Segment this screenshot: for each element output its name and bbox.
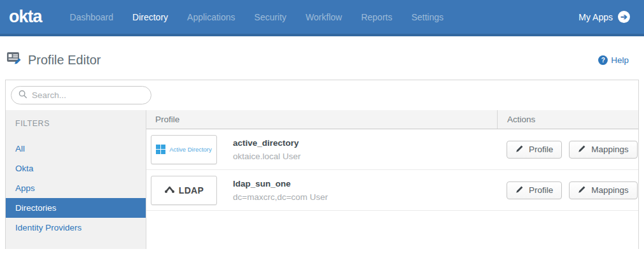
table-empty-space bbox=[146, 211, 638, 249]
nav-item-workflow[interactable]: Workflow bbox=[305, 12, 342, 22]
active-directory-logo: Active Directory bbox=[151, 135, 217, 164]
search-input[interactable] bbox=[32, 90, 144, 100]
filter-item-apps[interactable]: Apps bbox=[6, 178, 146, 198]
arrow-right-circle-icon: ➔ bbox=[618, 11, 630, 23]
filters-sidebar: FILTERS All Okta Apps Directories Identi… bbox=[6, 110, 146, 249]
filter-item-okta[interactable]: Okta bbox=[6, 159, 146, 178]
search-icon bbox=[18, 90, 27, 101]
pencil-icon bbox=[515, 145, 524, 155]
main-nav: Dashboard Directory Applications Securit… bbox=[70, 12, 444, 22]
profile-editor-panel: FILTERS All Okta Apps Directories Identi… bbox=[5, 80, 639, 249]
profile-editor-icon bbox=[6, 52, 22, 68]
pencil-icon bbox=[578, 145, 586, 155]
table-row: LDAP ldap_sun_one dc=maxcrc,dc=com User … bbox=[146, 170, 638, 211]
ldap-logo-label: LDAP bbox=[179, 185, 204, 196]
profile-name: active_directory bbox=[233, 138, 301, 148]
help-label: Help bbox=[611, 55, 629, 65]
help-link[interactable]: ? Help bbox=[598, 55, 629, 65]
table-header-row: Profile Actions bbox=[146, 110, 638, 129]
nav-item-reports[interactable]: Reports bbox=[361, 12, 392, 22]
windows-icon bbox=[156, 145, 165, 154]
nav-item-security[interactable]: Security bbox=[255, 12, 287, 22]
okta-logo[interactable]: okta bbox=[9, 7, 42, 27]
profile-button[interactable]: Profile bbox=[507, 141, 562, 159]
pencil-icon bbox=[578, 185, 586, 196]
column-header-profile: Profile bbox=[146, 110, 497, 129]
page-header: Profile Editor ? Help bbox=[0, 36, 644, 80]
ldap-logo: LDAP bbox=[151, 176, 217, 205]
profile-subtitle: dc=maxcrc,dc=com User bbox=[233, 192, 328, 202]
profile-button[interactable]: Profile bbox=[507, 181, 562, 199]
page-title: Profile Editor bbox=[28, 53, 101, 68]
column-header-actions: Actions bbox=[497, 110, 638, 129]
table-row: Active Directory active_directory oktaic… bbox=[146, 129, 638, 170]
top-navbar: okta Dashboard Directory Applications Se… bbox=[0, 0, 644, 36]
filter-item-directories[interactable]: Directories bbox=[6, 198, 146, 218]
profile-subtitle: oktaice.local User bbox=[233, 152, 301, 161]
nav-item-settings[interactable]: Settings bbox=[411, 12, 444, 22]
profiles-table: Profile Actions Active Directory active_… bbox=[146, 110, 638, 249]
search-row bbox=[6, 80, 638, 110]
search-box[interactable] bbox=[11, 86, 151, 104]
mappings-button[interactable]: Mappings bbox=[569, 181, 638, 199]
filter-item-identity-providers[interactable]: Identity Providers bbox=[6, 218, 146, 238]
filters-heading: FILTERS bbox=[6, 119, 146, 128]
filter-item-all[interactable]: All bbox=[6, 139, 146, 159]
mappings-button[interactable]: Mappings bbox=[569, 141, 638, 159]
nav-item-directory[interactable]: Directory bbox=[132, 12, 168, 22]
my-apps-label: My Apps bbox=[578, 12, 613, 22]
question-circle-icon: ? bbox=[598, 55, 608, 65]
profile-name: ldap_sun_one bbox=[233, 179, 328, 188]
ldap-node-icon bbox=[164, 185, 175, 196]
nav-item-applications[interactable]: Applications bbox=[187, 12, 235, 22]
my-apps-button[interactable]: My Apps ➔ bbox=[578, 11, 630, 23]
nav-item-dashboard[interactable]: Dashboard bbox=[70, 12, 114, 22]
pencil-icon bbox=[515, 185, 524, 196]
active-directory-logo-label: Active Directory bbox=[169, 146, 212, 153]
